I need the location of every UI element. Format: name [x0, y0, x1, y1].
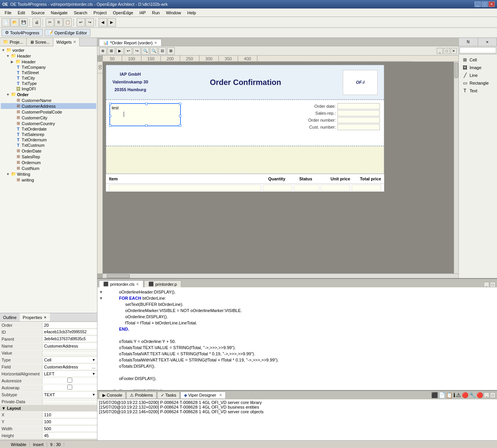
menu-source[interactable]: Source [28, 10, 48, 16]
save-button[interactable]: 💾 [19, 18, 28, 27]
customer-address-cell[interactable]: test [109, 103, 181, 126]
collapse-btn[interactable]: ▼ [99, 289, 102, 295]
halign-dropdown-icon[interactable]: ▼ [92, 372, 95, 376]
h-scroll-thumb[interactable] [107, 274, 130, 278]
open-button[interactable]: 📂 [10, 18, 19, 27]
type-dropdown-icon[interactable]: ▼ [92, 358, 95, 362]
console-tab-viper[interactable]: ◆ Viper Designer ✕ [180, 392, 226, 399]
tree-item-customerpostalcode[interactable]: ⊞ CustomerPostalCode [1, 109, 96, 115]
designer-btn-8[interactable]: ⊟ [158, 47, 166, 55]
tree-item-txtsalesrep[interactable]: T TxtSalesrep [1, 132, 96, 137]
cut-button[interactable]: ✂ [46, 18, 54, 27]
row-total-cell[interactable] [352, 185, 381, 191]
console-icon-2[interactable]: 📄 [439, 392, 445, 398]
autoresize-checkbox[interactable] [44, 378, 95, 383]
order-report-tab[interactable]: 📊 *Order Report (vorder) ✕ [99, 39, 162, 46]
canvas-horizontal-scroll[interactable] [103, 273, 458, 278]
tree-item-txtorderdate[interactable]: T TxtOrderdate [1, 126, 96, 132]
minimize-button[interactable]: _ [475, 2, 481, 7]
autowrap-checkbox[interactable] [44, 385, 95, 390]
tree-item-txtordernum[interactable]: T TxtOrdernum [1, 137, 96, 143]
tree-item-header[interactable]: ▶ 📁 Header [1, 59, 96, 64]
console-icon-6[interactable]: 🔴 [462, 392, 468, 398]
designer-maximize[interactable]: □ [444, 48, 450, 54]
close-button[interactable]: ✕ [488, 2, 495, 7]
field-browse-button[interactable]: ... [92, 365, 95, 369]
row-status-cell[interactable] [294, 185, 319, 191]
designer-btn-2[interactable]: ⊞ [107, 47, 115, 55]
menu-run[interactable]: Run [149, 10, 163, 16]
console-icon-7[interactable]: 🔧 [469, 392, 476, 398]
tree-item-vorder[interactable]: ▼ 📁 vorder [1, 47, 96, 53]
menu-help[interactable]: Help [184, 10, 199, 16]
menu-openedge[interactable]: OpenEdge [110, 10, 136, 16]
widgets-tab-close[interactable]: ✕ [73, 40, 76, 44]
menu-project[interactable]: Project [90, 10, 110, 16]
menu-edit[interactable]: Edit [15, 10, 28, 16]
tree-item-customercountry[interactable]: ⊞ CustomerCountry [1, 120, 96, 126]
paste-button[interactable]: 📋 [63, 18, 72, 27]
prop-value-type[interactable]: Cell ▼ [43, 357, 97, 363]
palette-rectangle[interactable]: ▭ Rectangle [460, 79, 495, 87]
tree-item-order-folder[interactable]: ▼ 📁 Order [1, 92, 96, 97]
row-item-cell[interactable] [109, 185, 261, 191]
tree-item-header-folder[interactable]: ▼ 📁 Header [1, 53, 96, 59]
palette-text[interactable]: T Text [460, 87, 495, 95]
tools4progress-button[interactable]: ⚙ Tools4Progress [2, 29, 43, 36]
code-tab-p[interactable]: ⬛ printorder.p [144, 280, 181, 287]
tree-item-txtcompany[interactable]: T TxtCompany [1, 64, 96, 70]
palette-tab-n[interactable]: N [459, 38, 478, 46]
handle-lc[interactable] [109, 115, 111, 117]
handle-bl[interactable] [109, 124, 111, 127]
menu-window[interactable]: Window [163, 10, 184, 16]
menu-search[interactable]: Search [71, 10, 90, 16]
tab-screens[interactable]: 🖥 Scree... [27, 38, 53, 46]
back-button[interactable]: ◀ [99, 18, 107, 27]
report-canvas[interactable]: IAP GmbH Valentinskamp 30 20355 Hamburg … [103, 62, 454, 273]
order-number-input[interactable] [337, 117, 380, 123]
console-icon-3[interactable]: 📋 [446, 392, 453, 398]
palette-line[interactable]: ╱ Line [460, 71, 495, 79]
tab-projects[interactable]: 📁 Proje... [0, 38, 27, 46]
properties-tab[interactable]: Properties ✕ [20, 313, 50, 321]
tree-item-ordernum[interactable]: ⊞ Ordernum [1, 160, 96, 165]
viper-tab-close[interactable]: ✕ [219, 393, 222, 397]
order-date-input[interactable] [337, 103, 380, 109]
tree-item-orderdate[interactable]: ⊞ OrderDate [1, 148, 96, 154]
tree-item-writing-folder[interactable]: ▼ 📁 Writing [1, 171, 96, 177]
copy-button[interactable]: ⎘ [54, 18, 63, 27]
menu-file[interactable]: File [2, 10, 15, 16]
maximize-button[interactable]: □ [482, 2, 488, 7]
console-icon-8[interactable]: 🔴 [477, 392, 483, 398]
code-maximize[interactable]: □ [490, 282, 495, 287]
code-content[interactable]: ▼ oOrderlineHeader:DISPLAY(). ▼ FOR EACH… [97, 287, 497, 390]
console-tab-tasks[interactable]: ✓ Tasks [157, 392, 180, 399]
palette-image[interactable]: 🖼 Image [460, 64, 495, 71]
tree-item-salesrep[interactable]: ⊞ SalesRep [1, 154, 96, 160]
layout-section[interactable]: ▼ Layout [0, 405, 97, 411]
designer-btn-1[interactable]: ⊕ [99, 47, 107, 55]
menu-navigate[interactable]: Navigate [48, 10, 71, 16]
designer-btn-4[interactable]: ↩ [124, 47, 132, 55]
console-maximize[interactable]: □ [490, 392, 495, 398]
handle-tl[interactable] [109, 103, 111, 105]
tree-item-custnum[interactable]: ⊞ CustNum [1, 165, 96, 171]
outline-tab[interactable]: Outline [0, 313, 20, 321]
console-tab-problems[interactable]: ⚠ Problems [126, 392, 156, 399]
handle-br[interactable] [179, 124, 181, 127]
handle-tc[interactable] [145, 103, 148, 105]
designer-btn-3[interactable]: ▶ [116, 47, 124, 55]
palette-cell[interactable]: ⊞ Cell [460, 56, 495, 64]
properties-tab-close[interactable]: ✕ [44, 316, 47, 319]
openedge-editor-button[interactable]: 📝 OpenEdge Editor [44, 29, 90, 36]
tree-item-txtcity[interactable]: T TxtCity [1, 75, 96, 81]
redo-button[interactable]: ↪ [85, 18, 94, 27]
tree-item-txtcustnum[interactable]: T TxtCustnum [1, 143, 96, 148]
tab-widgets[interactable]: Widgets ✕ [53, 38, 80, 46]
forward-button[interactable]: ▶ [107, 18, 116, 27]
sales-rep-input[interactable] [337, 110, 380, 116]
console-tab-console[interactable]: ▶ Console [99, 392, 126, 399]
print-button[interactable]: 🖨 [32, 18, 41, 27]
collapse-btn[interactable]: ▼ [99, 295, 102, 301]
undo-button[interactable]: ↩ [77, 18, 85, 27]
